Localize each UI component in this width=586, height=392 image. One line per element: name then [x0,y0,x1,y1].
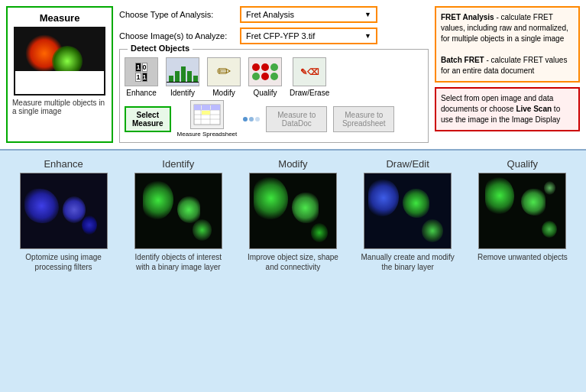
measure-panel-title: Measure [12,12,107,24]
bottom-qualify-title: Qualify [507,158,538,170]
analysis-type-value: Fret Analysis [246,10,294,19]
detect-objects-legend: Detect Objects [128,44,193,53]
bottom-identify-desc: Identify objects of interest with a bina… [128,252,228,272]
bar3 [181,66,186,82]
modify-tool[interactable]: ✏ Modify [207,57,241,97]
data-table-mini: Obj#AVE_FRET.1 127097.708826 242289.4534… [15,71,104,94]
modify-blob2 [292,193,319,223]
measure-to-datadoc-button[interactable]: Measure to DataDoc [266,106,327,132]
fret-info-panel: FRET Analysis - calculate FRET values, i… [435,6,580,83]
qualify-tool[interactable]: Qualify [248,57,282,97]
measure-spreadsheet-tool[interactable]: Measure Spreadsheet [177,100,238,138]
enhance-blob1 [24,189,59,223]
enhance-label: Enhance [126,89,156,97]
bar5 [193,76,198,82]
identify-blob1 [143,181,173,219]
info-panels: FRET Analysis - calculate FRET values, i… [435,6,580,143]
bottom-modify-item: Modify Improve object size, shape and co… [243,158,342,272]
image-dropdown[interactable]: Fret CFP-YFP 3.tif ▼ [240,28,377,44]
qualify-blob4 [544,181,555,195]
identify-canvas [135,173,222,248]
select-measure-label: Select Measure [132,111,163,128]
modify-canvas [250,173,336,248]
modify-icon: ✏ [207,57,241,86]
image-value: Fret CFP-YFP 3.tif [246,31,315,40]
svg-rect-7 [202,105,210,110]
drawerase-icon: ✎⌫ [293,57,326,86]
identify-icon [166,57,199,86]
drawerase-label: Draw/Erase [290,89,329,97]
spreadsheet-icon [190,100,224,129]
bottom-icons-row: Enhance Optomize using image processing … [9,158,577,272]
batch-fret-title: Batch FRET [441,56,484,64]
histogram-row [166,61,199,83]
identify-label: Identify [170,89,195,97]
qualify-canvas [479,173,565,248]
dot1 [243,117,248,121]
drawerase-tool[interactable]: ✎⌫ Draw/Erase [290,57,329,97]
bottom-qualify-desc: Remove unwanted objects [478,252,568,262]
bar2 [175,71,180,82]
bottom-identify-title: Identify [162,158,194,170]
analysis-type-row: Choose Type of Analysis: Fret Analysis ▼ [119,6,429,23]
enhance-blob2 [63,196,86,223]
bottom-enhance-image [20,173,108,249]
identify-blob3 [193,219,212,241]
qual-dot-red1 [252,63,260,71]
qualify-icon [248,57,282,86]
measure-panel: Measure Obj#AVE_FRET.1 127097.708826 242… [6,6,113,143]
bottom-identify-image [134,173,222,249]
analysis-type-arrow: ▼ [364,11,371,18]
enhance-icon: 1 0 1 1 [125,57,158,86]
spreadsheet-label: Measure Spreadsheet [177,131,238,138]
bottom-enhance-title: Enhance [44,158,83,170]
qualify-blob1 [485,177,514,214]
controls-panel: Choose Type of Analysis: Fret Analysis ▼… [119,6,429,143]
qualify-dots-icon [249,60,281,83]
identify-tool[interactable]: Identify [166,57,199,97]
fret-analysis-title: FRET Analysis [441,13,494,21]
modify-blob1 [254,177,288,219]
dot2 [249,117,254,121]
bottom-modify-desc: Improve object size, shape and connectiv… [243,252,342,272]
select-measure-row: Select Measure [125,100,423,138]
enhance-tool[interactable]: 1 0 1 1 Enhance [125,57,158,97]
qualify-label: Qualify [253,89,277,97]
bottom-section: Enhance Optomize using image processing … [0,149,586,392]
bottom-qualify-item: Qualify Remove unwanted objects [473,158,572,272]
enhance-blob3 [82,215,97,235]
bottom-modify-image [249,173,337,249]
bottom-drawedit-item: Draw/Edit Manually create and modify the… [358,158,458,272]
pencil-icon: ✏ [217,62,231,82]
measure-to-spreadsheet-button[interactable]: Measure to Spreadsheet [333,106,394,132]
loading-dots [243,117,260,121]
identify-histogram-icon [166,58,199,86]
spreadsheet-svg [193,104,221,125]
qualify-blob3 [542,221,557,238]
analysis-type-label: Choose Type of Analysis: [119,10,234,19]
bar1 [169,76,173,82]
modify-label: Modify [212,89,235,97]
drawedit-blob3 [422,219,443,242]
image-label: Choose Image(s) to Analyze: [119,31,234,40]
top-section: Measure Obj#AVE_FRET.1 127097.708826 242… [0,0,586,149]
dot3 [255,117,260,121]
bottom-enhance-desc: Optomize using image processing filters [14,252,113,272]
drawedit-blob1 [368,180,399,216]
live-scan-label: Live Scan [516,105,552,113]
bottom-qualify-image [478,173,566,249]
measure-desc: Measure multiple objects in a single ima… [12,99,107,115]
image-row: Choose Image(s) to Analyze: Fret CFP-YFP… [119,28,429,44]
bar4 [187,71,192,82]
detect-objects-group: Detect Objects 1 0 1 1 Enhance [119,49,429,143]
main-container: Measure Obj#AVE_FRET.1 127097.708826 242… [0,0,586,392]
qual-dot-green2 [252,73,260,80]
measure-image-inner: Obj#AVE_FRET.1 127097.708826 242289.4534… [14,27,105,96]
eraser-icon: ✎⌫ [300,67,319,77]
qual-dot-red3 [261,73,269,80]
drawedit-blob2 [403,189,429,218]
drawedit-canvas [364,173,451,248]
analysis-type-dropdown[interactable]: Fret Analysis ▼ [240,6,377,23]
image-info-panel: Select from open image and data document… [435,87,580,131]
select-measure-button[interactable]: Select Measure [125,106,171,132]
